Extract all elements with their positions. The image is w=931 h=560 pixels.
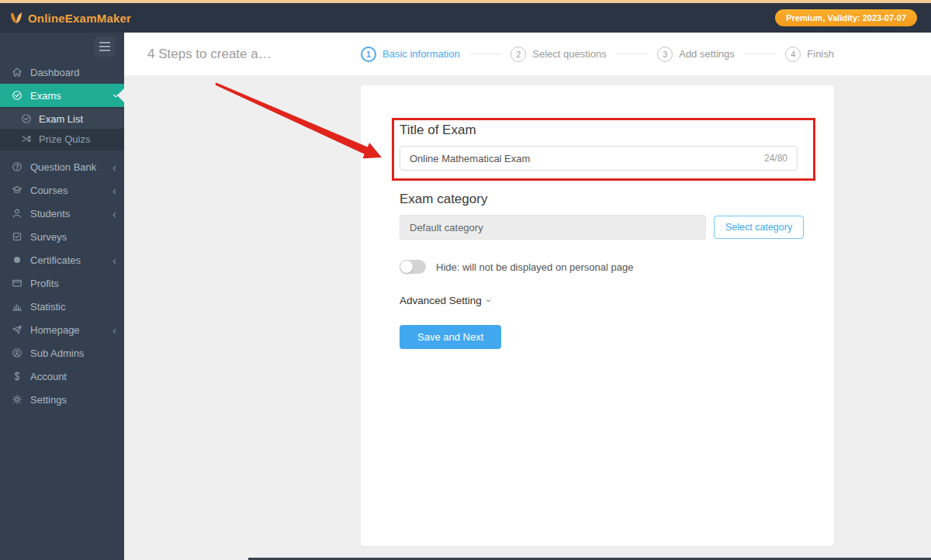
chevron-left-icon: ‹	[112, 208, 116, 220]
step-add-settings[interactable]: 3 Add settings	[657, 47, 735, 62]
title-of-exam-heading: Title of Exam	[400, 123, 834, 138]
bar-chart-icon	[11, 300, 23, 313]
sidebar-item-homepage[interactable]: Homepage ‹	[0, 318, 124, 341]
sidebar-item-question-bank[interactable]: Question Bank ‹	[0, 155, 124, 178]
checkbox-icon	[11, 230, 23, 243]
user-icon	[11, 207, 23, 220]
step-finish[interactable]: 4 Finish	[785, 47, 834, 62]
advanced-setting-link[interactable]: Advanced Setting ‹	[400, 295, 489, 306]
step-number: 3	[657, 47, 673, 62]
sidebar-item-settings[interactable]: Settings	[0, 388, 124, 411]
step-number: 4	[785, 47, 801, 62]
sidebar-item-exam-list[interactable]: Exam List	[0, 109, 124, 129]
premium-badge[interactable]: Premium, Validity: 2023-07-07	[775, 9, 917, 26]
step-connector	[469, 54, 502, 54]
exams-submenu: Exam List Prize Quizs	[0, 107, 124, 150]
exam-category-heading: Exam category	[400, 192, 834, 207]
brand-name: OnlineExamMaker	[28, 12, 131, 25]
exam-form-card: Title of Exam 24/80 Exam category Select…	[361, 85, 834, 546]
chevron-down-icon: ‹	[482, 299, 493, 302]
medal-icon	[11, 254, 23, 266]
exam-title-input[interactable]	[410, 153, 764, 164]
chevron-left-icon: ‹	[112, 161, 116, 173]
sidebar-item-prize-quizs[interactable]: Prize Quizs	[0, 129, 124, 149]
question-circle-icon	[11, 161, 23, 173]
shuffle-icon	[20, 133, 33, 145]
chevron-left-icon: ‹	[112, 185, 116, 196]
home-icon	[11, 66, 23, 78]
select-category-button[interactable]: Select category	[714, 216, 804, 239]
check-circle-icon	[11, 89, 23, 102]
wallet-icon	[11, 277, 23, 289]
gear-icon	[11, 393, 23, 406]
char-counter: 24/80	[764, 153, 787, 164]
sidebar-item-exams[interactable]: Exams ‹	[0, 84, 124, 107]
sidebar-item-surveys[interactable]: Surveys	[0, 225, 124, 248]
exam-category-input[interactable]	[400, 215, 706, 240]
top-header-bar: OnlineExamMaker Premium, Validity: 2023-…	[0, 3, 931, 33]
chevron-left-icon: ‹	[112, 324, 116, 336]
step-connector	[744, 54, 777, 54]
toggle-knob	[400, 261, 413, 273]
sidebar-item-account[interactable]: Account	[0, 365, 124, 388]
dollar-icon	[11, 370, 23, 382]
sidebar-item-sub-admins[interactable]: Sub Admins	[0, 341, 124, 365]
step-number: 1	[361, 47, 376, 62]
page-title: 4 Steps to create a…	[147, 47, 361, 62]
save-and-next-button[interactable]: Save and Next	[400, 325, 501, 349]
hide-toggle-label: Hide: will not be displayed on personal …	[436, 261, 633, 273]
content-area: Title of Exam 24/80 Exam category Select…	[124, 75, 931, 560]
sidebar-item-courses[interactable]: Courses ‹	[0, 178, 124, 202]
hamburger-menu-icon[interactable]	[95, 36, 115, 57]
sidebar-item-certificates[interactable]: Certificates ‹	[0, 248, 124, 271]
chevron-left-icon: ‹	[112, 254, 116, 266]
paper-plane-icon	[11, 323, 23, 336]
step-basic-information[interactable]: 1 Basic information	[361, 47, 460, 62]
chevron-down-icon: ‹	[109, 94, 120, 98]
logo-icon	[8, 9, 25, 26]
brand: OnlineExamMaker	[8, 9, 131, 26]
sidebar-item-dashboard[interactable]: Dashboard	[0, 60, 124, 84]
graduation-cap-icon	[11, 184, 23, 196]
sidebar: Dashboard Exams ‹ Exam List Prize Quizs …	[0, 33, 124, 560]
check-circle-icon	[20, 112, 33, 125]
steps-bar: 4 Steps to create a… 1 Basic information…	[124, 33, 931, 75]
step-connector	[616, 54, 649, 54]
hide-toggle[interactable]	[400, 260, 426, 274]
sidebar-item-statistic[interactable]: Statistic	[0, 295, 124, 318]
step-number: 2	[510, 47, 526, 62]
support-icon	[11, 347, 23, 359]
exam-title-field-wrap: 24/80	[400, 146, 798, 171]
stepper: 1 Basic information 2 Select questions 3…	[361, 47, 834, 62]
main-area: 4 Steps to create a… 1 Basic information…	[124, 33, 931, 560]
sidebar-item-students[interactable]: Students ‹	[0, 202, 124, 225]
sidebar-item-profits[interactable]: Profits	[0, 271, 124, 295]
step-select-questions[interactable]: 2 Select questions	[510, 47, 606, 62]
